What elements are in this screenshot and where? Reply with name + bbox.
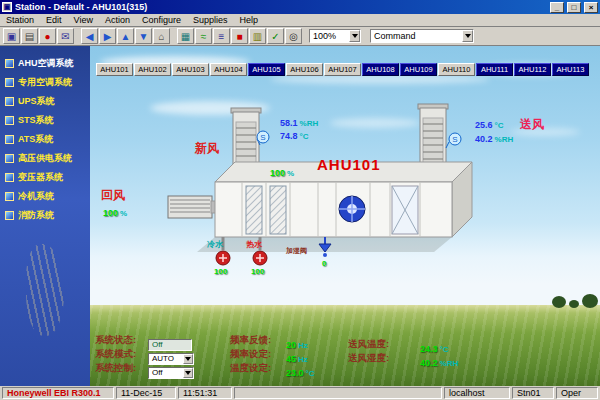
home-icon-glyph: ⌂: [158, 31, 164, 42]
system-icon: [5, 59, 14, 68]
graphic-page: AHU101 AHU102 AHU103 AHU104 AHU105 AHU10…: [90, 46, 600, 386]
page-up-icon[interactable]: ▲: [117, 28, 134, 44]
acknowledge-icon[interactable]: ✓: [267, 28, 284, 44]
window-title: Station - Default - AHU101(315): [15, 2, 547, 12]
tab-ahu108[interactable]: AHU108: [362, 63, 399, 76]
sidebar-item-ups[interactable]: UPS系统: [0, 92, 90, 111]
supply-air-label: 送风: [520, 116, 544, 133]
group-icon-glyph: ≡: [219, 31, 225, 42]
tab-ahu113[interactable]: AHU113: [552, 63, 589, 76]
page-down-icon[interactable]: ▼: [135, 28, 152, 44]
sensor-icon: S: [452, 135, 457, 144]
temp-setpoint-unit: °C: [306, 369, 315, 378]
back-icon-glyph: ◀: [86, 31, 94, 42]
tab-ahu106[interactable]: AHU106: [286, 63, 323, 76]
tab-ahu112[interactable]: AHU112: [514, 63, 551, 76]
sidebar-item-label: 变压器系统: [18, 171, 63, 184]
acknowledge-icon-glyph: ✓: [271, 31, 279, 42]
sidebar-item-label: STS系统: [18, 114, 54, 127]
detail-icon[interactable]: ▦: [177, 28, 194, 44]
brand-label: Honeywell EBI R300.1: [2, 387, 114, 399]
zoom-tool-icon[interactable]: ◎: [285, 28, 302, 44]
chilled-valve-value: 100: [214, 267, 227, 276]
alarm-icon[interactable]: ●: [39, 28, 56, 44]
tab-ahu103[interactable]: AHU103: [172, 63, 209, 76]
group-icon[interactable]: ≡: [213, 28, 230, 44]
system-control-label: 系统控制:: [95, 362, 136, 375]
system-control-dropdown[interactable]: Off: [148, 361, 194, 379]
forward-icon-glyph: ▶: [104, 31, 112, 42]
tab-ahu104[interactable]: AHU104: [210, 63, 247, 76]
zoom-select[interactable]: 100%: [309, 29, 361, 43]
toolbar-separator: [75, 28, 80, 44]
menu-supplies[interactable]: Supplies: [187, 15, 234, 25]
menu-edit[interactable]: Edit: [40, 15, 68, 25]
sidebar-item-transformer[interactable]: 变压器系统: [0, 168, 90, 187]
fresh-temp-unit: °C: [300, 132, 309, 141]
chilled-water-label: 冷水: [207, 239, 223, 250]
sensor-icon: S: [260, 133, 265, 142]
event-summary-icon[interactable]: ▥: [249, 28, 266, 44]
menu-configure[interactable]: Configure: [136, 15, 187, 25]
sidebar-item-ahu[interactable]: AHU空调系统: [0, 54, 90, 73]
system-icon: [5, 135, 14, 144]
temp-setpoint[interactable]: 23.0°C: [286, 362, 315, 380]
status-date: 11-Dec-15: [116, 387, 176, 399]
zoom-value: 100%: [310, 31, 349, 41]
back-icon[interactable]: ◀: [81, 28, 98, 44]
toolbar: ▣ ▤ ● ✉ ◀ ▶ ▲ ▼ ⌂ ▦ ≈ ≡ ■ ▥ ✓ ◎ 100% Com…: [0, 27, 600, 46]
menu-bar: Station Edit View Action Configure Suppl…: [0, 14, 600, 27]
return-damper-position: 100%: [103, 202, 127, 220]
tab-ahu109[interactable]: AHU109: [400, 63, 437, 76]
sidebar-item-sts[interactable]: STS系统: [0, 111, 90, 130]
display-icon[interactable]: ▣: [3, 28, 20, 44]
maximize-button[interactable]: □: [567, 2, 581, 13]
system-mode-label: 系统模式:: [95, 348, 136, 361]
detail-icon-glyph: ▦: [181, 31, 190, 42]
fresh-temp-value: 74.8: [280, 131, 298, 141]
print-icon-glyph: ▤: [25, 31, 34, 42]
status-message-area: [234, 387, 442, 399]
chevron-down-icon[interactable]: [462, 30, 473, 42]
chevron-down-icon[interactable]: [349, 30, 360, 42]
system-icon: [5, 78, 14, 87]
sidebar-item-dedicated-ac[interactable]: 专用空调系统: [0, 73, 90, 92]
close-button[interactable]: ×: [584, 2, 598, 13]
minimize-button[interactable]: _: [550, 2, 564, 13]
system-status-label: 系统状态:: [95, 334, 136, 347]
supply-temp-label: 送风温度:: [348, 338, 389, 351]
menu-help[interactable]: Help: [233, 15, 264, 25]
print-icon[interactable]: ▤: [21, 28, 38, 44]
tab-ahu111[interactable]: AHU111: [476, 63, 513, 76]
tab-ahu107[interactable]: AHU107: [324, 63, 361, 76]
page-up-icon-glyph: ▲: [121, 31, 131, 42]
message-icon[interactable]: ✉: [57, 28, 74, 44]
sidebar-item-label: 专用空调系统: [18, 76, 72, 89]
tab-ahu110[interactable]: AHU110: [438, 63, 475, 76]
command-value: Command: [371, 31, 462, 41]
message-icon-glyph: ✉: [61, 31, 69, 42]
command-input[interactable]: Command: [370, 29, 474, 43]
forward-icon[interactable]: ▶: [99, 28, 116, 44]
sidebar-item-ats[interactable]: ATS系统: [0, 130, 90, 149]
menu-action[interactable]: Action: [99, 15, 136, 25]
tab-ahu102[interactable]: AHU102: [134, 63, 171, 76]
status-station: Stn01: [512, 387, 554, 399]
supply-humidity-reading: 40.2%RH: [420, 352, 458, 370]
tab-ahu105[interactable]: AHU105: [248, 63, 285, 76]
home-icon[interactable]: ⌂: [153, 28, 170, 44]
sidebar-item-chiller[interactable]: 冷机系统: [0, 187, 90, 206]
alarm-summary-icon[interactable]: ■: [231, 28, 248, 44]
system-control-value: Off: [149, 368, 183, 377]
trend-icon[interactable]: ≈: [195, 28, 212, 44]
system-icon: [5, 154, 14, 163]
tab-ahu101[interactable]: AHU101: [96, 63, 133, 76]
unit-title: AHU101: [317, 156, 381, 173]
menu-station[interactable]: Station: [0, 15, 40, 25]
chevron-down-icon[interactable]: [183, 368, 193, 378]
supply-humidity-reading-unit: %RH: [440, 359, 459, 368]
fresh-damper-unit: %: [287, 169, 294, 178]
menu-view[interactable]: View: [68, 15, 99, 25]
sidebar-item-fire[interactable]: 消防系统: [0, 206, 90, 225]
sidebar-item-hv-power[interactable]: 高压供电系统: [0, 149, 90, 168]
